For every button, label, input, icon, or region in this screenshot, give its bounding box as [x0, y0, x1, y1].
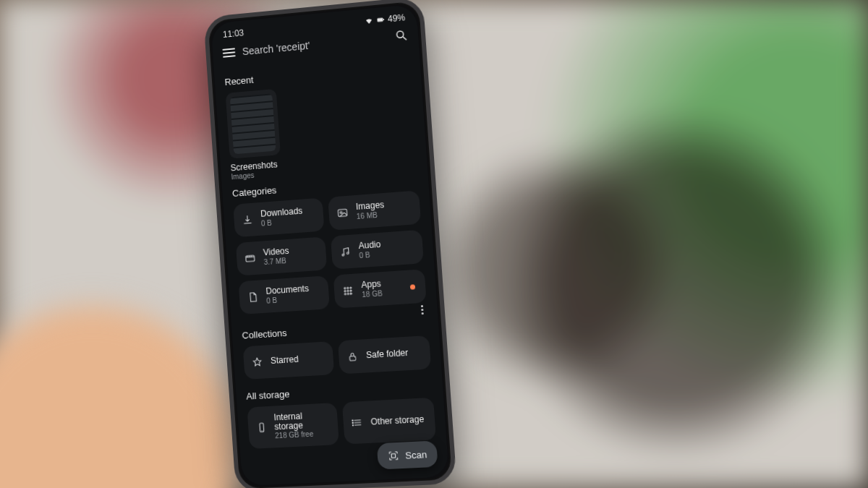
phone-icon	[255, 421, 268, 435]
storage-label: Internal storage	[273, 410, 331, 432]
svg-rect-18	[349, 356, 355, 361]
svg-line-3	[403, 37, 407, 40]
phone-frame: 11:03 49% Search 'receipt' Recent Screen…	[203, 0, 456, 488]
collections-row: Starred Safe folder	[243, 335, 431, 380]
video-icon	[243, 252, 257, 265]
svg-rect-27	[391, 454, 396, 458]
category-downloads[interactable]: Downloads0 B	[233, 197, 324, 237]
app-screen: 11:03 49% Search 'receipt' Recent Screen…	[210, 4, 448, 487]
clock: 11:03	[223, 27, 244, 40]
collection-starred[interactable]: Starred	[243, 341, 335, 380]
category-label: Apps	[361, 280, 382, 291]
svg-point-17	[350, 293, 352, 294]
svg-point-14	[350, 290, 352, 291]
audio-icon	[339, 245, 352, 259]
svg-point-16	[347, 293, 349, 294]
overflow-menu-icon[interactable]	[415, 302, 429, 316]
collection-label: Safe folder	[366, 348, 409, 361]
hamburger-icon[interactable]	[222, 48, 235, 57]
svg-rect-1	[383, 19, 384, 20]
scan-icon	[388, 450, 400, 462]
category-size: 18 GB	[362, 289, 383, 299]
svg-point-15	[344, 293, 346, 294]
recent-thumbnail[interactable]	[226, 89, 281, 159]
battery-icon	[376, 15, 386, 25]
storage-other[interactable]: Other storage	[342, 398, 436, 445]
collection-label: Starred	[271, 355, 299, 366]
category-size: 3.7 MB	[263, 256, 289, 266]
svg-point-7	[342, 254, 344, 256]
storage-sub: 218 GB free	[275, 429, 331, 441]
download-icon	[241, 213, 255, 227]
svg-point-8	[346, 252, 349, 254]
battery-pct: 49%	[388, 12, 406, 24]
categories-grid: Downloads0 B Images16 MB Videos3.7 MB Au…	[233, 190, 427, 314]
svg-point-25	[352, 422, 353, 423]
category-size: 0 B	[359, 250, 381, 260]
collection-safe-folder[interactable]: Safe folder	[338, 335, 431, 374]
svg-point-5	[340, 211, 342, 213]
scan-label: Scan	[405, 449, 427, 461]
recent-item[interactable]: Screenshots Images	[226, 88, 288, 181]
svg-point-9	[344, 287, 346, 288]
category-audio[interactable]: Audio0 B	[331, 230, 424, 270]
svg-point-10	[347, 287, 349, 288]
apps-icon	[341, 284, 355, 298]
svg-point-26	[352, 425, 353, 426]
wifi-icon	[365, 16, 374, 25]
category-images[interactable]: Images16 MB	[328, 190, 421, 230]
svg-rect-4	[338, 209, 347, 216]
list-icon	[350, 416, 364, 429]
notification-dot	[410, 284, 416, 290]
category-documents[interactable]: Documents0 B	[238, 275, 329, 314]
document-icon	[246, 291, 260, 304]
category-videos[interactable]: Videos3.7 MB	[236, 236, 327, 275]
image-icon	[336, 206, 349, 220]
category-size: 16 MB	[356, 210, 385, 221]
svg-point-11	[350, 287, 352, 288]
search-icon[interactable]	[394, 28, 409, 46]
category-label: Audio	[358, 240, 381, 251]
lock-icon	[346, 350, 359, 364]
star-icon	[250, 356, 264, 369]
svg-point-2	[396, 31, 404, 38]
svg-point-12	[344, 290, 346, 291]
svg-rect-6	[246, 255, 255, 262]
svg-rect-0	[377, 18, 383, 22]
storage-internal[interactable]: Internal storage218 GB free	[247, 403, 339, 449]
storage-label: Other storage	[370, 414, 424, 427]
scan-fab[interactable]: Scan	[377, 440, 438, 469]
svg-point-24	[352, 420, 353, 421]
category-apps[interactable]: Apps18 GB	[333, 269, 427, 308]
svg-point-13	[347, 290, 349, 291]
